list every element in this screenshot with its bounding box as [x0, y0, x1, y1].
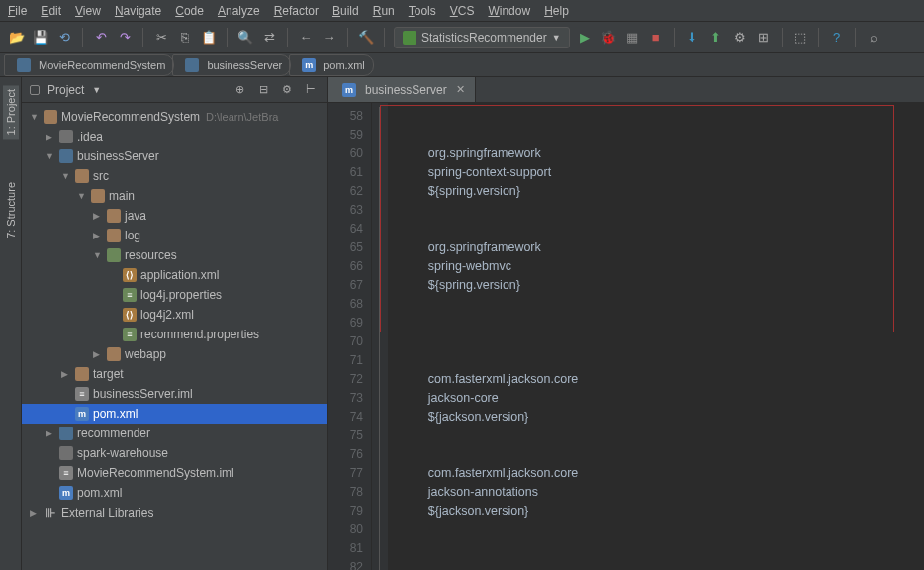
- left-tool-tabs: 1: Project 7: Structure: [0, 77, 22, 570]
- xml-icon: ⟨⟩: [123, 268, 137, 282]
- editor-tabs: m businessServer ✕: [328, 77, 924, 103]
- run-config-selector[interactable]: StatisticsRecommender ▼: [394, 27, 570, 48]
- mod-icon: [59, 427, 73, 440]
- back-icon[interactable]: ←: [297, 29, 315, 47]
- tree-item-recommender[interactable]: ▶recommender: [22, 424, 327, 443]
- tree-item-log[interactable]: ▶log: [22, 226, 327, 245]
- iml-icon: ≡: [59, 466, 73, 480]
- menu-vcs[interactable]: VCS: [450, 4, 475, 18]
- prop-icon: ≡: [123, 328, 137, 341]
- stop-icon[interactable]: ■: [647, 29, 665, 47]
- tree-item--idea[interactable]: ▶.idea: [22, 127, 327, 146]
- menu-window[interactable]: Window: [488, 4, 530, 18]
- help-icon[interactable]: ?: [828, 29, 846, 47]
- menu-build[interactable]: Build: [332, 4, 359, 18]
- hide-panel-icon[interactable]: ⊢: [302, 81, 320, 99]
- fold-icon: [107, 209, 121, 223]
- editor-area: m businessServer ✕ 585960616263646566676…: [328, 77, 924, 570]
- menu-help[interactable]: Help: [544, 4, 569, 18]
- code-editor[interactable]: 5859606162636465666768697071727374757677…: [328, 103, 924, 570]
- menu-tools[interactable]: Tools: [409, 4, 436, 18]
- tree-item-resources[interactable]: ▼resources: [22, 245, 327, 265]
- project-tree[interactable]: ▼MovieRecommendSystemD:\learn\JetBra▶.id…: [22, 103, 327, 570]
- tree-item-webapp[interactable]: ▶webapp: [22, 344, 327, 364]
- tree-item-pom-xml[interactable]: mpom.xml: [22, 483, 327, 503]
- tree-item-log4j-properties[interactable]: ≡log4j.properties: [22, 285, 327, 305]
- fold-icon: [75, 169, 89, 183]
- replace-icon[interactable]: ⇄: [260, 29, 278, 47]
- menu-view[interactable]: View: [75, 4, 101, 18]
- tab-structure[interactable]: 7: Structure: [3, 178, 19, 242]
- tree-item-movierecommendsystem-iml[interactable]: ≡MovieRecommendSystem.iml: [22, 463, 327, 483]
- fold-gutter: [372, 103, 388, 570]
- foldg-icon: [59, 446, 73, 460]
- coverage-icon[interactable]: ▦: [623, 29, 641, 47]
- panel-pin-icon[interactable]: [30, 85, 40, 95]
- undo-icon[interactable]: ↶: [92, 29, 110, 47]
- tree-item-movierecommendsystem[interactable]: ▼MovieRecommendSystemD:\learn\JetBra: [22, 107, 327, 127]
- breadcrumb-movierecommendsystem[interactable]: MovieRecommendSystem: [4, 54, 174, 76]
- chevron-down-icon[interactable]: ▼: [92, 85, 101, 95]
- vcs-update-icon[interactable]: ⬇: [684, 29, 701, 47]
- tree-item-application-xml[interactable]: ⟨⟩application.xml: [22, 265, 327, 285]
- res-icon: [107, 248, 121, 262]
- menu-file[interactable]: File: [8, 4, 27, 18]
- tree-item-spark-warehouse[interactable]: spark-warehouse: [22, 443, 327, 463]
- paste-icon[interactable]: 📋: [200, 29, 218, 47]
- collapse-all-icon[interactable]: ⊟: [254, 81, 272, 99]
- redo-icon[interactable]: ↷: [116, 29, 134, 47]
- save-icon[interactable]: 💾: [32, 29, 49, 47]
- tree-item-recommend-properties[interactable]: ≡recommend.properties: [22, 325, 327, 344]
- main-toolbar: 📂 💾 ⟲ ↶ ↷ ✂ ⎘ 📋 🔍 ⇄ ← → 🔨 StatisticsReco…: [0, 22, 924, 53]
- breadcrumb-businessserver[interactable]: businessServer: [172, 54, 291, 76]
- sync-icon[interactable]: ⟲: [55, 29, 73, 47]
- pom-icon: m: [59, 486, 73, 500]
- menu-analyze[interactable]: Analyze: [218, 4, 260, 18]
- menu-run[interactable]: Run: [373, 4, 395, 18]
- tree-item-main[interactable]: ▼main: [22, 186, 327, 206]
- tree-item-src[interactable]: ▼src: [22, 166, 327, 186]
- settings-icon[interactable]: ⚙: [731, 29, 749, 47]
- close-tab-icon[interactable]: ✕: [456, 83, 465, 96]
- tree-item-external-libraries[interactable]: ▶⊪External Libraries: [22, 503, 327, 522]
- menu-navigate[interactable]: Navigate: [115, 4, 161, 18]
- menu-refactor[interactable]: Refactor: [274, 4, 319, 18]
- chevron-down-icon: ▼: [552, 33, 561, 43]
- editor-tab-businessserver[interactable]: m businessServer ✕: [328, 77, 476, 102]
- menu-edit[interactable]: Edit: [41, 4, 61, 18]
- tree-item-businessserver-iml[interactable]: ≡businessServer.iml: [22, 384, 327, 404]
- sdk-icon[interactable]: ⬚: [791, 29, 809, 47]
- pom-icon: m: [302, 58, 316, 72]
- iml-icon: ≡: [75, 387, 89, 401]
- mod-icon: [185, 58, 199, 72]
- menu-bar: FileEditViewNavigateCodeAnalyzeRefactorB…: [0, 0, 924, 22]
- forward-icon[interactable]: →: [321, 29, 338, 47]
- tree-item-log4j2-xml[interactable]: ⟨⟩log4j2.xml: [22, 305, 327, 325]
- debug-icon[interactable]: 🐞: [600, 29, 617, 47]
- tree-item-businessserver[interactable]: ▼businessServer: [22, 146, 327, 166]
- copy-icon[interactable]: ⎘: [176, 29, 194, 47]
- editor-tab-label: businessServer: [365, 83, 447, 97]
- breadcrumb-pom.xml[interactable]: mpom.xml: [289, 54, 374, 76]
- tree-item-java[interactable]: ▶java: [22, 206, 327, 226]
- proj-icon: [44, 110, 57, 124]
- tree-item-target[interactable]: ▶target: [22, 364, 327, 384]
- find-icon[interactable]: 🔍: [236, 29, 254, 47]
- vcs-commit-icon[interactable]: ⬆: [707, 29, 725, 47]
- tree-item-pom-xml[interactable]: mpom.xml: [22, 404, 327, 424]
- run-config-icon: [403, 31, 416, 45]
- scroll-from-source-icon[interactable]: ⊕: [231, 81, 248, 99]
- build-icon[interactable]: 🔨: [357, 29, 375, 47]
- structure-icon[interactable]: ⊞: [755, 29, 773, 47]
- fold-icon: [91, 189, 105, 203]
- tab-project[interactable]: 1: Project: [3, 85, 19, 139]
- open-icon[interactable]: 📂: [8, 29, 26, 47]
- panel-gear-icon[interactable]: ⚙: [278, 81, 296, 99]
- code-content[interactable]: org.springframework spring-context-suppo…: [388, 103, 924, 570]
- menu-code[interactable]: Code: [175, 4, 204, 18]
- search-everywhere-icon[interactable]: ⌕: [865, 29, 882, 47]
- xml-icon: ⟨⟩: [123, 308, 137, 322]
- run-config-label: StatisticsRecommender: [421, 31, 547, 45]
- cut-icon[interactable]: ✂: [152, 29, 170, 47]
- run-icon[interactable]: ▶: [576, 29, 594, 47]
